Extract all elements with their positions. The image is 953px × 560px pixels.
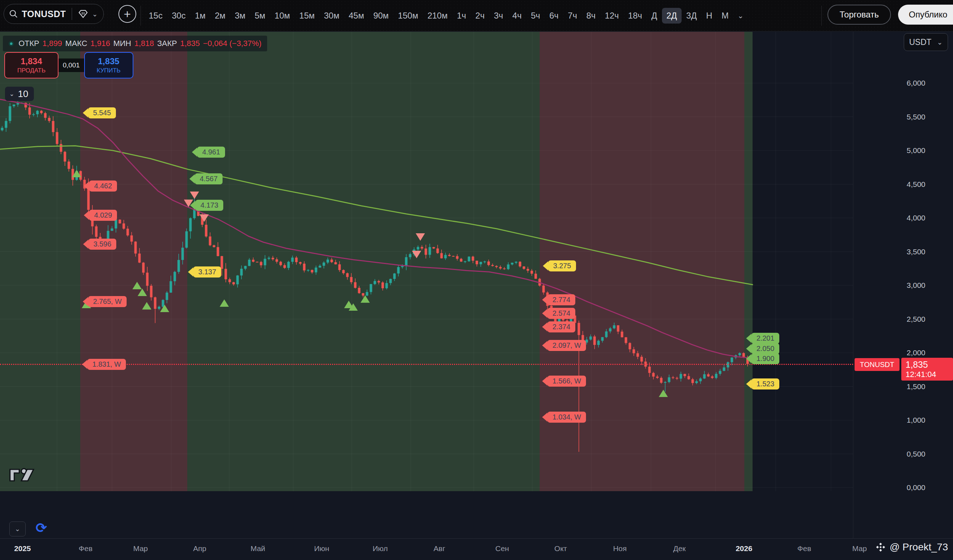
interval-button-10м[interactable]: 10м bbox=[270, 8, 295, 23]
trade-button[interactable]: Торговать bbox=[827, 5, 891, 25]
chevron-down-icon: ⌄ bbox=[9, 90, 14, 98]
interval-button-5ч[interactable]: 5ч bbox=[526, 8, 545, 23]
price-level-tag: 1.034, W bbox=[542, 412, 586, 423]
interval-button-2Д[interactable]: 2Д bbox=[662, 8, 682, 23]
time-axis-label: Мар bbox=[852, 544, 867, 553]
price-axis-label: 4,500 bbox=[906, 180, 925, 189]
interval-button-210м[interactable]: 210м bbox=[423, 8, 452, 23]
price-level-tag: 2.574 bbox=[542, 308, 575, 319]
sell-label: ПРОДАТЬ bbox=[17, 67, 45, 74]
price-level-tag: 2.201 bbox=[746, 333, 779, 344]
price-level-tag: 3.137 bbox=[188, 267, 221, 278]
axis-currency-dropdown[interactable]: USDT ⌄ bbox=[904, 33, 948, 51]
symbol-search[interactable]: TONUSDT ⌄ bbox=[3, 4, 104, 24]
symbol-name: TONUSDT bbox=[22, 9, 66, 19]
interval-button-Д[interactable]: Д bbox=[647, 8, 661, 23]
add-symbol-button[interactable]: + bbox=[118, 5, 136, 23]
interval-button-6ч[interactable]: 6ч bbox=[545, 8, 563, 23]
current-price-symbol-tag: TONUSDT bbox=[855, 358, 900, 371]
auto-refresh-icon[interactable]: ⟳ bbox=[36, 520, 47, 536]
interval-button-15м[interactable]: 15м bbox=[295, 8, 319, 23]
market-status-icon[interactable] bbox=[9, 41, 14, 47]
interval-button-45м[interactable]: 45м bbox=[344, 8, 368, 23]
time-axis-label: Июл bbox=[373, 544, 388, 553]
low-label: МИН bbox=[113, 39, 131, 48]
toolbar-separator bbox=[141, 6, 141, 26]
price-axis-label: 2,000 bbox=[906, 349, 925, 357]
sell-price: 1,834 bbox=[21, 56, 42, 66]
interval-button-5м[interactable]: 5м bbox=[250, 8, 270, 23]
time-axis-label: Апр bbox=[193, 544, 206, 553]
interval-button-18ч[interactable]: 18ч bbox=[624, 8, 647, 23]
search-icon bbox=[9, 9, 18, 19]
interval-button-3ч[interactable]: 3ч bbox=[489, 8, 508, 23]
time-axis-label: Май bbox=[250, 544, 265, 553]
interval-button-1м[interactable]: 1м bbox=[190, 8, 210, 23]
price-level-tag: 4.567 bbox=[189, 173, 223, 185]
more-intervals-chevron-icon[interactable]: ⌄ bbox=[733, 11, 748, 20]
binance-diamond-icon bbox=[875, 542, 886, 552]
time-axis-label: 2026 bbox=[736, 544, 753, 553]
price-level-tag: 5.545 bbox=[83, 107, 116, 118]
interval-button-3м[interactable]: 3м bbox=[230, 8, 250, 23]
price-axis-label: 0,000 bbox=[906, 483, 925, 492]
price-level-tag: 3.275 bbox=[543, 261, 576, 271]
interval-button-2ч[interactable]: 2ч bbox=[471, 8, 489, 23]
bar-count-value: 10 bbox=[18, 88, 28, 99]
price-level-tag: 2.774 bbox=[542, 294, 575, 305]
high-value: 1,916 bbox=[91, 39, 110, 48]
sell-button[interactable]: 1,834 ПРОДАТЬ bbox=[4, 52, 59, 79]
close-label: ЗАКР bbox=[157, 39, 177, 48]
time-axis-label: Мар bbox=[133, 544, 147, 553]
publish-button[interactable]: Опублико bbox=[898, 5, 953, 25]
spread-value: 0,001 bbox=[59, 59, 84, 72]
top-toolbar: TONUSDT ⌄ + 15с30с1м2м3м5м10м15м30м45м90… bbox=[0, 0, 953, 31]
time-axis-label: Авг bbox=[434, 544, 445, 553]
low-value: 1,818 bbox=[135, 39, 154, 48]
price-level-tag: 2.374 bbox=[542, 321, 575, 332]
time-axis[interactable]: 2025ФевМарАпрМайИюнИюлАвгСенОктНояДек202… bbox=[0, 538, 953, 560]
price-level-tag: 2.097, W bbox=[542, 340, 586, 351]
bar-count-selector[interactable]: ⌄ 10 bbox=[5, 87, 34, 101]
price-axis-label: 3,000 bbox=[906, 281, 925, 290]
current-price-value: 1,835 bbox=[906, 359, 953, 370]
interval-button-150м[interactable]: 150м bbox=[393, 8, 423, 23]
collapse-toolbar-button[interactable]: ⌄ bbox=[9, 521, 26, 537]
high-label: МАКС bbox=[65, 39, 87, 48]
price-axis-label: 4,000 bbox=[906, 214, 925, 222]
interval-button-2м[interactable]: 2м bbox=[210, 8, 230, 23]
interval-button-М[interactable]: М bbox=[717, 8, 733, 23]
time-axis-label: Фев bbox=[79, 544, 93, 553]
open-value: 1,899 bbox=[42, 39, 62, 48]
price-level-tag: 4.029 bbox=[84, 210, 117, 221]
buy-button[interactable]: 1,835 КУПИТЬ bbox=[84, 52, 133, 79]
interval-bar: 15с30с1м2м3м5м10м15м30м45м90м150м210м1ч2… bbox=[144, 0, 748, 31]
price-level-tag: 1.523 bbox=[746, 379, 779, 389]
author-watermark: @ Proekt_73 bbox=[875, 541, 948, 553]
interval-button-30с[interactable]: 30с bbox=[167, 8, 191, 23]
buy-price: 1,835 bbox=[98, 56, 120, 66]
gem-icon[interactable] bbox=[78, 9, 88, 19]
interval-button-90м[interactable]: 90м bbox=[369, 8, 393, 23]
interval-button-7ч[interactable]: 7ч bbox=[563, 8, 582, 23]
interval-button-3Д[interactable]: 3Д bbox=[681, 8, 702, 23]
price-axis-label: 0,500 bbox=[906, 450, 925, 458]
time-axis-label: Сен bbox=[495, 544, 509, 553]
interval-button-12ч[interactable]: 12ч bbox=[600, 8, 624, 23]
price-axis-label: 3,500 bbox=[906, 248, 925, 256]
interval-button-1ч[interactable]: 1ч bbox=[452, 8, 471, 23]
interval-button-30м[interactable]: 30м bbox=[319, 8, 344, 23]
price-axis-label: 2,500 bbox=[906, 315, 925, 324]
axis-currency-label: USDT bbox=[909, 37, 931, 47]
price-chart[interactable] bbox=[0, 0, 953, 560]
background-band bbox=[187, 32, 540, 491]
interval-button-Н[interactable]: Н bbox=[702, 8, 717, 23]
tradingview-logo[interactable] bbox=[9, 465, 35, 485]
chevron-down-icon[interactable]: ⌄ bbox=[92, 10, 98, 18]
interval-button-8ч[interactable]: 8ч bbox=[582, 8, 600, 23]
background-band bbox=[744, 32, 753, 491]
interval-button-4ч[interactable]: 4ч bbox=[508, 8, 526, 23]
interval-button-15с[interactable]: 15с bbox=[144, 8, 167, 23]
toolbar-separator bbox=[821, 6, 822, 26]
buy-label: КУПИТЬ bbox=[97, 67, 121, 74]
